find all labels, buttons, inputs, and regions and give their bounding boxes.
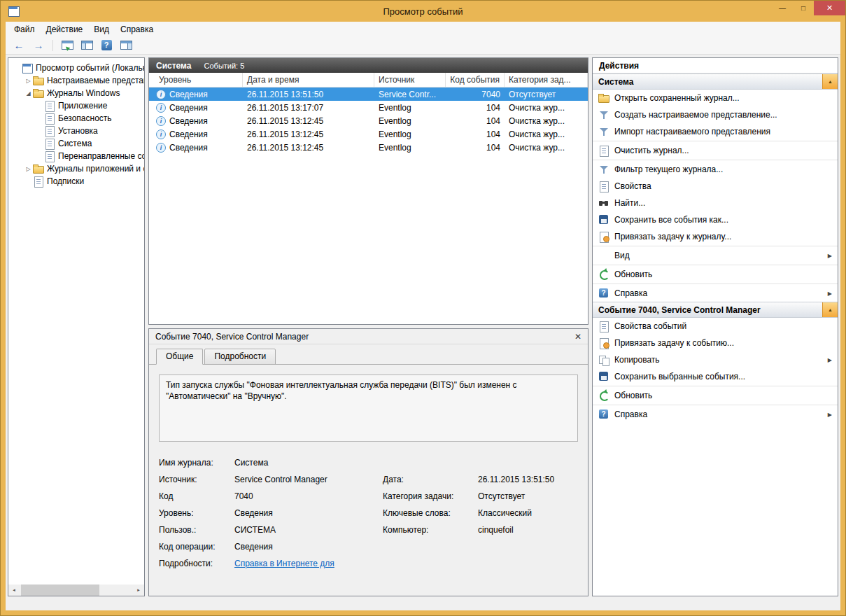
event-row[interactable]: Сведения 26.11.2015 13:51:50 Service Con… [149,88,588,101]
event-row[interactable]: Сведения 26.11.2015 13:12:45 Eventlog 10… [149,114,588,127]
menu-bar: Файл Действие Вид Справка [6,22,840,36]
log-file-icon [44,150,55,162]
action-import-custom-view[interactable]: Импорт настраиваемого представления [593,123,838,140]
forward-button[interactable] [31,38,46,53]
action-label: Копировать [614,355,660,365]
action-save-selected-events[interactable]: Сохранить выбранные события... [593,368,838,385]
tree-item-forwarded-events[interactable]: Перенаправленные соб [8,150,144,162]
action-save-all-events[interactable]: Сохранить все события как... [593,211,838,228]
center-column: Система Событий: 5 Уровень Дата и время … [148,57,588,596]
action-properties[interactable]: Свойства [593,178,838,195]
funnel-icon [598,164,609,175]
console-tree-panel: Просмотр событий (Локальны ▷ Настраиваем… [8,57,145,596]
copy-icon [598,354,609,365]
list-title: Система [156,61,192,71]
tree-item-application[interactable]: Приложение [8,99,144,112]
actions-section-system[interactable]: Система [593,74,838,90]
save-icon [598,371,609,382]
expander-icon[interactable]: ◢ [24,90,33,97]
action-open-saved-log[interactable]: Открыть сохраненный журнал... [593,90,838,106]
section-title: Событие 7040, Service Control Manager [598,305,761,315]
tab-general[interactable]: Общие [156,349,203,365]
tree-item-setup[interactable]: Установка [8,125,144,137]
event-count: Событий: 5 [204,62,245,70]
action-refresh-event[interactable]: Обновить [593,387,838,404]
action-create-custom-view[interactable]: Создать настраиваемое представление... [593,106,838,123]
action-refresh[interactable]: Обновить [593,266,838,283]
client-area: Файл Действие Вид Справка ? Просмотр соб… [6,22,840,610]
tree-item-windows-logs[interactable]: ◢ Журналы Windows [8,87,144,99]
toolbar: ? [6,36,840,55]
action-attach-task-to-event[interactable]: Привязать задачу к событию... [593,335,838,351]
minimize-button[interactable]: — [772,1,793,15]
action-label: Фильтр текущего журнала... [614,164,723,174]
column-event-id[interactable]: Код события [446,73,505,87]
tree-item-system[interactable]: Система [8,137,144,150]
tab-details[interactable]: Подробности [204,349,276,365]
subscriptions-icon [33,176,44,187]
online-help-link[interactable]: Справка в Интернете для [234,559,383,568]
column-source[interactable]: Источник [374,73,446,87]
event-row[interactable]: Сведения 26.11.2015 13:12:45 Eventlog 10… [149,141,588,154]
action-attach-task-to-log[interactable]: Привязать задачу к журналу... [593,228,838,245]
collapse-chevron-icon[interactable] [822,302,838,317]
scrollbar-track[interactable] [20,584,133,596]
field-value: 7040 [234,491,383,501]
action-find[interactable]: Найти... [593,195,838,211]
console-tree-icon [81,41,93,50]
event-description[interactable]: Тип запуска службы "Фоновая интеллектуал… [159,374,578,442]
field-value: Service Control Manager [234,475,383,484]
event-row[interactable]: Сведения 26.11.2015 13:17:07 Eventlog 10… [149,101,588,114]
tree-item-subscriptions[interactable]: Подписки [8,175,144,188]
export-list-button[interactable] [59,38,75,53]
column-task-category[interactable]: Категория зад... [505,73,588,87]
menu-view[interactable]: Вид [88,23,115,36]
log-file-icon [44,100,55,111]
field-label: Компьютер: [383,525,478,535]
action-event-properties[interactable]: Свойства событий [593,318,838,335]
actions-section-event[interactable]: Событие 7040, Service Control Manager [593,302,838,318]
scroll-left-arrow-icon[interactable]: ◂ [8,584,20,596]
column-headers: Уровень Дата и время Источник Код событи… [149,73,588,88]
action-help[interactable]: Справка [593,285,838,302]
action-filter-current-log[interactable]: Фильтр текущего журнала... [593,161,838,178]
event-row[interactable]: Сведения 26.11.2015 13:12:45 Eventlog 10… [149,127,588,141]
action-pane-button[interactable] [118,38,134,53]
column-level[interactable]: Уровень [149,73,243,87]
action-copy[interactable]: Копировать [593,351,838,368]
attach-task-icon [598,337,609,349]
page-icon [598,145,609,156]
close-preview-icon[interactable]: ✕ [574,332,581,342]
tree-item-apps-services-logs[interactable]: ▷ Журналы приложений и сл [8,162,144,175]
back-button[interactable] [11,38,27,53]
menu-file[interactable]: Файл [8,23,41,36]
expander-icon[interactable]: ▷ [24,166,33,172]
menu-help[interactable]: Справка [115,23,159,36]
action-label: Вид [614,251,630,260]
tree-item-event-viewer-root[interactable]: Просмотр событий (Локальны [8,62,144,74]
event-level: Сведения [169,103,208,113]
column-datetime[interactable]: Дата и время [243,73,374,87]
divider [593,265,838,265]
help-button[interactable]: ? [99,38,114,53]
collapse-chevron-icon[interactable] [822,74,838,89]
expander-icon[interactable]: ▷ [24,78,33,84]
menu-action[interactable]: Действие [41,23,89,36]
close-button[interactable]: ✕ [814,1,845,15]
action-help-event[interactable]: Справка [593,406,838,423]
tree-item-security[interactable]: Безопасность [8,112,144,125]
refresh-icon [598,390,609,401]
scrollbar-thumb[interactable] [21,584,99,596]
maximize-button[interactable]: □ [793,1,814,15]
window-title: Просмотр событий [1,6,845,17]
console-tree-button[interactable] [79,38,94,53]
tree-item-custom-views[interactable]: ▷ Настраиваемые представле [8,74,144,87]
action-view[interactable]: Вид [593,247,838,264]
action-clear-log[interactable]: Очистить журнал... [593,142,838,159]
scroll-right-arrow-icon[interactable]: ▸ [133,584,144,596]
binoculars-icon [598,197,609,209]
event-level: Сведения [169,116,208,126]
log-file-icon [44,138,55,149]
tree-item-label: Приложение [58,101,107,111]
event-level: Сведения [169,143,208,153]
